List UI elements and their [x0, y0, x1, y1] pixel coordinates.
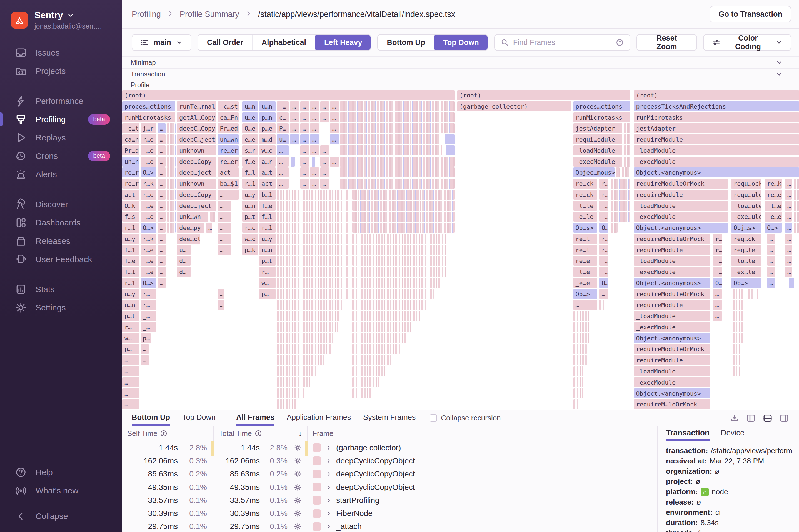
flame-texture[interactable]: [352, 333, 406, 343]
flame-frame[interactable]: p…: [141, 333, 151, 343]
sidebar-item-what-s-new[interactable]: What's new: [0, 481, 122, 500]
flame-frame[interactable]: _…e: [141, 256, 156, 266]
flame-texture[interactable]: [624, 157, 630, 167]
flame-texture[interactable]: [352, 201, 454, 211]
details-tab-transaction[interactable]: Transaction: [666, 426, 709, 441]
flame-frame[interactable]: f…l: [242, 167, 258, 177]
sort-option-left-heavy[interactable]: Left Heavy: [315, 34, 371, 51]
flame-texture[interactable]: [573, 377, 584, 387]
table-row[interactable]: 1.44s2.8%1.44s2.8%(garbage collector): [122, 441, 657, 454]
self-time-header[interactable]: Self Time: [122, 426, 214, 441]
chevron-right-icon[interactable]: [326, 445, 332, 451]
flame-texture[interactable]: [445, 134, 455, 145]
flame-frame[interactable]: Ob…>: [731, 278, 761, 288]
flame-frame[interactable]: …: [599, 289, 608, 299]
flame-texture[interactable]: [340, 178, 454, 189]
flame-frame[interactable]: (garbage collector): [457, 101, 572, 111]
flame-texture[interactable]: [167, 157, 176, 167]
flame-frame[interactable]: …: [141, 355, 149, 365]
flame-frame[interactable]: …: [277, 178, 289, 189]
flame-texture[interactable]: [573, 322, 590, 332]
flame-frame[interactable]: r…: [599, 234, 608, 244]
flame-frame[interactable]: r…e: [141, 134, 156, 145]
sidebar-item-performance[interactable]: Performance: [0, 92, 122, 110]
flame-texture[interactable]: [732, 311, 743, 321]
flame-frame[interactable]: r…: [713, 245, 722, 255]
flame-frame[interactable]: _e…e: [573, 278, 597, 288]
flame-texture[interactable]: [794, 201, 799, 211]
flame-frame[interactable]: r…1: [122, 278, 139, 288]
flame-frame[interactable]: …: [785, 223, 792, 233]
flame-frame[interactable]: …: [218, 190, 239, 200]
flame-frame[interactable]: (root): [457, 90, 631, 100]
flame-frame[interactable]: _loadModule: [634, 201, 728, 211]
flame-frame[interactable]: _…: [713, 267, 722, 277]
flame-frame[interactable]: …: [157, 267, 166, 277]
flame-frame[interactable]: re…ck: [573, 190, 597, 200]
flame-frame[interactable]: …: [785, 234, 792, 244]
flame-texture[interactable]: [352, 300, 427, 310]
flame-texture[interactable]: [277, 212, 348, 222]
reset-zoom-button[interactable]: Reset Zoom: [636, 34, 697, 51]
flame-frame[interactable]: f…e: [122, 256, 139, 266]
flame-frame[interactable]: _…: [599, 201, 608, 211]
flame-frame[interactable]: ca…Fn: [218, 112, 239, 122]
table-row[interactable]: 85.63ms0.2%85.63ms0.2%deepCyclicCopyObje…: [122, 468, 657, 481]
flame-frame[interactable]: _lo…le: [731, 256, 761, 266]
search-input[interactable]: [513, 38, 612, 47]
flame-texture[interactable]: [352, 234, 447, 244]
flame-frame[interactable]: …: [157, 223, 166, 233]
flame-frame[interactable]: …: [310, 178, 319, 189]
flame-frame[interactable]: …: [218, 245, 231, 255]
flame-frame[interactable]: unk…wn: [177, 212, 208, 222]
flame-texture[interactable]: [573, 333, 590, 343]
flame-frame[interactable]: …: [330, 157, 339, 167]
flame-frame[interactable]: p…t: [259, 256, 275, 266]
flame-frame[interactable]: …: [122, 399, 139, 409]
flame-frame[interactable]: _c…t: [122, 123, 139, 133]
flame-frame[interactable]: _execModule: [634, 157, 799, 167]
flame-texture[interactable]: [352, 267, 447, 277]
flame-frame[interactable]: _…: [713, 256, 722, 266]
flame-frame[interactable]: processTicksAndRejections: [634, 101, 799, 111]
flame-frame[interactable]: c…: [277, 112, 289, 122]
flame-frame[interactable]: …: [157, 146, 166, 155]
flame-frame[interactable]: r…: [599, 178, 608, 189]
flame-frame[interactable]: requireModuleOrMock: [634, 178, 728, 189]
flame-frame[interactable]: getAl…Copy: [177, 112, 216, 122]
flame-frame[interactable]: requireM…leOrMock: [634, 399, 710, 409]
flame-frame[interactable]: f…e: [259, 201, 275, 211]
flame-texture[interactable]: [573, 388, 584, 398]
flame-frame[interactable]: …: [785, 256, 792, 266]
flame-frame[interactable]: …: [157, 190, 166, 200]
gear-icon[interactable]: [294, 444, 302, 452]
flame-frame[interactable]: _loadModule: [634, 256, 710, 266]
flame-frame[interactable]: …: [713, 311, 722, 321]
flame-texture[interactable]: [340, 167, 454, 177]
flame-texture[interactable]: [352, 223, 454, 233]
flame-texture[interactable]: [340, 134, 441, 145]
flame-frame[interactable]: …: [330, 112, 339, 122]
flame-frame[interactable]: act: [259, 178, 275, 189]
flame-frame[interactable]: re…l: [573, 234, 597, 244]
frame-header[interactable]: Frame: [308, 426, 657, 441]
flame-frame[interactable]: j…r: [141, 123, 156, 133]
flame-frame[interactable]: O…k: [122, 201, 139, 211]
flame-frame[interactable]: _e…e: [765, 212, 782, 222]
chevron-down-icon[interactable]: [776, 59, 783, 66]
flame-texture[interactable]: [352, 289, 433, 299]
flame-frame[interactable]: …: [290, 101, 299, 111]
flame-frame[interactable]: …: [320, 101, 329, 111]
flame-frame[interactable]: …: [122, 388, 139, 398]
flame-texture[interactable]: [352, 344, 400, 354]
flame-frame[interactable]: …: [157, 157, 166, 167]
tab-application-frames[interactable]: Application Frames: [287, 411, 351, 426]
flame-frame[interactable]: u…y: [122, 234, 139, 244]
flame-texture[interactable]: [611, 212, 631, 222]
flame-frame[interactable]: …: [300, 123, 309, 133]
flame-frame[interactable]: u…n: [259, 245, 275, 255]
sidebar-item-profiling[interactable]: Profilingbeta: [0, 110, 122, 129]
table-row[interactable]: 162.06ms0.3%162.06ms0.3%deepCyclicCopyOb…: [122, 454, 657, 467]
flame-frame[interactable]: _loadModule: [634, 366, 710, 376]
flame-frame[interactable]: Obj…s>: [731, 223, 761, 233]
